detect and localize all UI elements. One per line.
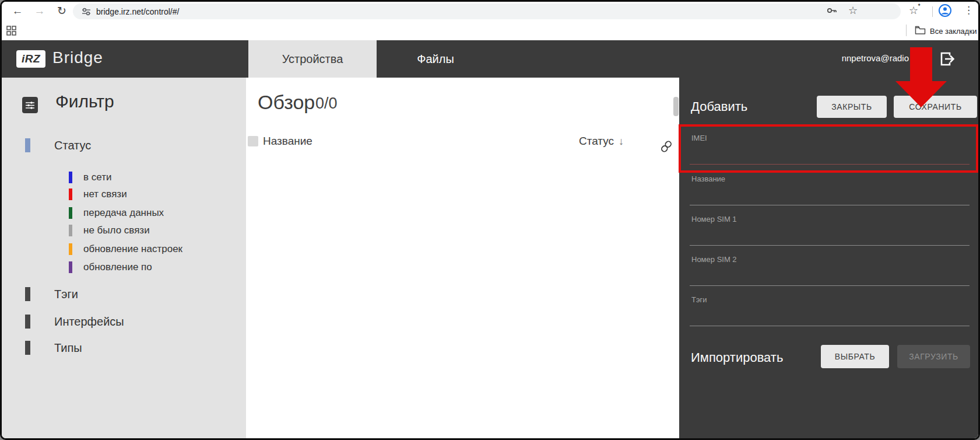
overview-title: Обзор: [258, 91, 315, 114]
sim1-field-label: Номер SIM 1: [691, 215, 737, 224]
name-field-label: Название: [691, 174, 725, 183]
filter-status-never-connected[interactable]: не было связи: [69, 225, 150, 236]
app-brand: Bridge: [52, 48, 103, 67]
device-list-area: Обзор 0/0 Название Статус ↓: [246, 78, 679, 440]
filter-status-no-connection[interactable]: нет связи: [69, 188, 127, 200]
address-bar[interactable]: bridge.irz.net/control/#/: [73, 4, 901, 19]
password-key-icon[interactable]: [825, 4, 839, 18]
folder-icon[interactable]: [915, 25, 926, 37]
choose-file-button-label: ВЫБРАТЬ: [835, 352, 876, 361]
filter-status-data-transfer[interactable]: передача данных: [69, 207, 164, 219]
filter-section-status[interactable]: Статус: [25, 138, 91, 152]
status-label-data-transfer: передача данных: [83, 207, 164, 219]
status-color-never-connected: [69, 225, 72, 236]
imei-field-label: IMEI: [691, 134, 707, 142]
irz-logo: iRZ: [16, 50, 45, 68]
bookmarks-bar: Все закладки: [2, 21, 978, 40]
status-section-label: Статус: [54, 139, 91, 152]
status-label-settings-update: обновление настроек: [83, 243, 182, 255]
bookmarks-divider: [906, 25, 907, 36]
close-button[interactable]: ЗАКРЫТЬ: [817, 96, 887, 118]
sim2-input[interactable]: [690, 285, 970, 286]
toolbar-divider: [932, 6, 933, 17]
tab-devices-label: Устройства: [282, 53, 343, 66]
site-settings-icon[interactable]: [81, 6, 92, 17]
status-label-online: в сети: [83, 172, 111, 183]
sim2-field-label: Номер SIM 2: [691, 255, 737, 264]
logout-icon[interactable]: [938, 50, 957, 71]
name-input[interactable]: [690, 205, 970, 205]
browser-window: ← → ↻ bridge.irz.net/control/#/ ☆: [0, 0, 980, 440]
forward-icon[interactable]: →: [32, 3, 47, 19]
tags-field-label: Тэги: [691, 295, 707, 304]
browser-menu-icon[interactable]: ⋮: [964, 4, 974, 16]
add-device-panel: Добавить ЗАКРЫТЬ СОХРАНИТЬ IMEI Название…: [679, 78, 980, 440]
irz-logo-text: iRZ: [22, 53, 40, 65]
save-button-label: СОХРАНИТЬ: [909, 102, 961, 111]
interfaces-section-bar: [25, 315, 30, 329]
filter-title: Фильтр: [55, 92, 114, 111]
sort-descending-icon[interactable]: ↓: [619, 135, 624, 148]
url-text[interactable]: bridge.irz.net/control/#/: [96, 7, 179, 16]
tags-input[interactable]: [690, 326, 970, 326]
status-label-never-connected: не было связи: [83, 225, 150, 236]
choose-file-button[interactable]: ВЫБРАТЬ: [821, 345, 889, 368]
user-email: nnpetrova@radio: [777, 53, 909, 63]
upload-button-label: ЗАГРУЗИТЬ: [909, 352, 958, 361]
status-color-data-transfer: [69, 207, 72, 219]
status-label-no-connection: нет связи: [83, 188, 127, 200]
types-section-bar: [25, 341, 30, 355]
filter-section-types[interactable]: Типы: [25, 341, 82, 355]
status-color-settings-update: [69, 243, 72, 255]
status-color-online: [69, 172, 72, 183]
tags-section-label: Тэги: [54, 288, 78, 301]
back-icon[interactable]: ←: [10, 3, 25, 19]
upload-button[interactable]: ЗАГРУЗИТЬ: [897, 345, 970, 368]
filter-section-tags[interactable]: Тэги: [25, 287, 78, 301]
types-section-label: Типы: [54, 341, 82, 355]
status-color-firmware-update: [69, 261, 72, 273]
column-header-name: Название: [263, 135, 312, 148]
status-label-firmware-update: обновление по: [83, 261, 152, 273]
apps-grid-icon[interactable]: [6, 26, 16, 38]
import-title: Импортировать: [691, 350, 783, 365]
filter-status-online[interactable]: в сети: [69, 172, 111, 183]
select-all-checkbox[interactable]: [248, 136, 258, 146]
sim1-input[interactable]: [690, 245, 970, 246]
browser-toolbar: ← → ↻ bridge.irz.net/control/#/ ☆: [2, 2, 978, 21]
list-scrollbar-thumb[interactable]: [673, 97, 679, 116]
bookmark-star-icon[interactable]: ☆: [846, 4, 860, 18]
app-header: iRZ Bridge Устройства Файлы nnpetrova@ra…: [2, 40, 978, 78]
save-button[interactable]: СОХРАНИТЬ: [894, 96, 977, 118]
link-icon[interactable]: [661, 140, 672, 155]
imei-input[interactable]: [690, 164, 970, 165]
filter-icon: [22, 97, 38, 113]
add-title: Добавить: [691, 99, 747, 114]
interfaces-section-label: Интерфейсы: [54, 315, 124, 329]
filter-status-settings-update[interactable]: обновление настроек: [69, 243, 182, 255]
reload-icon[interactable]: ↻: [54, 3, 69, 19]
tab-files[interactable]: Файлы: [377, 40, 494, 78]
extensions-star-icon[interactable]: ☆ ✦: [907, 4, 921, 18]
tab-devices[interactable]: Устройства: [248, 40, 377, 78]
close-button-label: ЗАКРЫТЬ: [831, 102, 872, 111]
tab-files-label: Файлы: [417, 53, 454, 66]
status-color-no-connection: [69, 188, 72, 200]
all-bookmarks-label[interactable]: Все закладки: [930, 27, 977, 36]
tags-section-bar: [25, 287, 30, 301]
status-section-bar: [25, 138, 30, 152]
profile-avatar-icon[interactable]: [938, 4, 952, 18]
filter-sidebar: Фильтр Статус в сети нет связи передача …: [2, 78, 246, 440]
filter-section-interfaces[interactable]: Интерфейсы: [25, 315, 124, 329]
column-header-status[interactable]: Статус: [579, 135, 614, 148]
device-count: 0/0: [315, 95, 338, 113]
filter-status-firmware-update[interactable]: обновление по: [69, 261, 152, 273]
